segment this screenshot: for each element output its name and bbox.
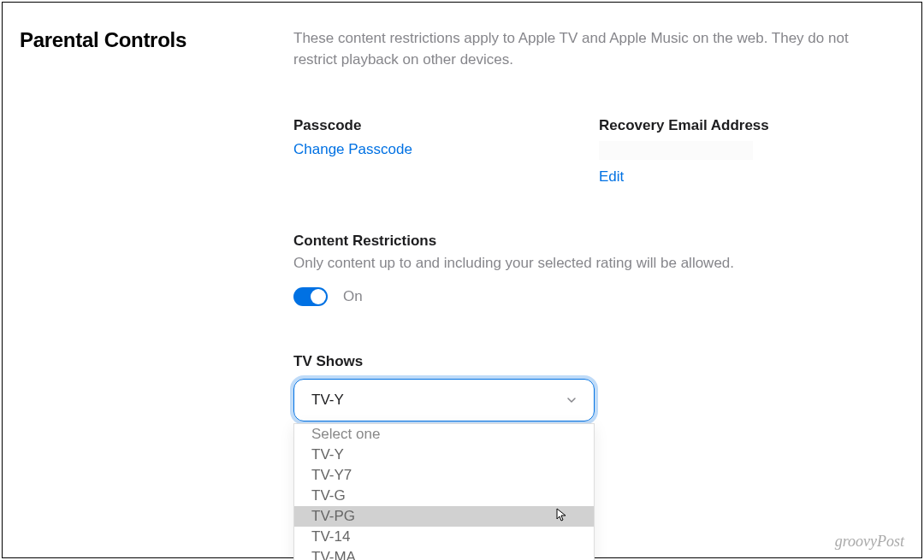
dropdown-item-tv-y[interactable]: TV-Y xyxy=(294,445,594,465)
tv-shows-select[interactable]: TV-Y xyxy=(293,379,595,421)
dropdown-item-label: TV-PG xyxy=(311,508,355,524)
content-restrictions-label: Content Restrictions xyxy=(293,233,870,250)
content-restrictions-toggle[interactable] xyxy=(293,287,328,306)
change-passcode-link[interactable]: Change Passcode xyxy=(293,141,565,158)
dropdown-item-tv-pg[interactable]: TV-PG xyxy=(294,506,594,527)
dropdown-item-tv-14[interactable]: TV-14 xyxy=(294,527,594,547)
page-description: These content restrictions apply to Appl… xyxy=(293,28,870,70)
recovery-email-label: Recovery Email Address xyxy=(599,117,870,134)
tv-shows-label: TV Shows xyxy=(293,353,870,370)
dropdown-item-tv-g[interactable]: TV-G xyxy=(294,486,594,506)
dropdown-item-tv-y7[interactable]: TV-Y7 xyxy=(294,465,594,486)
content-restrictions-sub: Only content up to and including your se… xyxy=(293,255,870,272)
cursor-icon xyxy=(556,508,568,523)
watermark: groovyPost xyxy=(835,533,904,551)
passcode-label: Passcode xyxy=(293,117,565,134)
recovery-email-value xyxy=(599,141,753,160)
page-title: Parental Controls xyxy=(20,28,242,52)
dropdown-item-placeholder[interactable]: Select one xyxy=(294,424,594,445)
tv-shows-dropdown: Select one TV-Y TV-Y7 TV-G TV-PG TV-14 T… xyxy=(293,423,595,560)
chevron-down-icon xyxy=(566,395,577,405)
tv-shows-selected-value: TV-Y xyxy=(311,392,344,409)
edit-email-link[interactable]: Edit xyxy=(599,168,870,186)
toggle-state-label: On xyxy=(343,288,363,305)
dropdown-item-tv-ma[interactable]: TV-MA xyxy=(294,547,594,560)
